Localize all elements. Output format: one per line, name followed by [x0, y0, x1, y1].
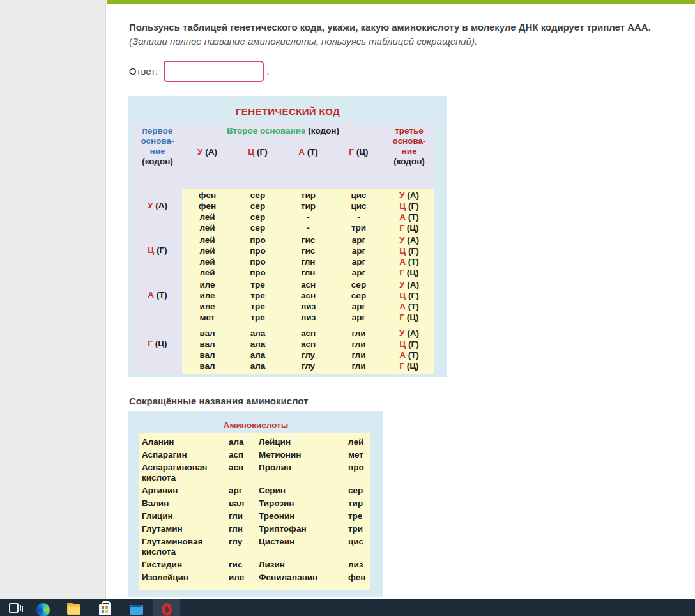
amino-cell: Аспарагиновая кислота: [142, 463, 229, 483]
amino-cell: цис: [348, 537, 370, 547]
third-base-label: Г (Ц): [384, 360, 434, 371]
codon-cell: лиз: [283, 312, 333, 323]
table-row: илетреаснсерУ (А): [182, 279, 434, 290]
codon-cell: сер: [233, 222, 283, 233]
codon-cell: гли: [333, 350, 384, 360]
codon-cell: асн: [283, 279, 333, 290]
top-accent-bar: [107, 0, 695, 4]
codon-cell: арг: [333, 267, 384, 278]
amino-cell: иле: [229, 573, 259, 583]
table-row: меттрелизаргГ (Ц): [182, 312, 434, 323]
codon-cell: тир: [283, 190, 333, 201]
amino-cell: тир: [348, 498, 370, 509]
amino-cell: Цистеин: [259, 537, 348, 547]
codon-cell: ала: [233, 328, 283, 339]
desktop-screen: Пользуясь таблицей генетического кода, у…: [0, 0, 695, 616]
codon-cell: арг: [333, 301, 384, 312]
store-button[interactable]: [91, 599, 118, 616]
question-note: (Запиши полное название аминокислоты, по…: [129, 36, 477, 47]
answer-input[interactable]: [164, 61, 264, 82]
third-base-label: У (А): [384, 190, 434, 201]
mail-button[interactable]: [123, 599, 149, 616]
question-text: Пользуясь таблицей генетического кода, у…: [129, 20, 684, 49]
codon-cell: арг: [333, 235, 384, 245]
table-row: лейпрогисаргУ (А): [182, 235, 434, 245]
row-base-label: Г (Ц): [133, 338, 182, 349]
file-explorer-button[interactable]: [60, 599, 87, 616]
codon-cell: лей: [182, 267, 233, 278]
amino-cell: три: [348, 524, 370, 534]
codon-cell: -: [283, 212, 333, 222]
amino-cell: Глутамин: [142, 524, 229, 534]
amino-cell: гис: [229, 560, 259, 570]
table-row: АспарагинаспМетионинмет: [139, 449, 370, 461]
amino-cell: Аланин: [142, 437, 229, 447]
codon-cell: тре: [233, 301, 283, 312]
codon-cell: сер: [233, 190, 283, 201]
codon-cell: вал: [182, 339, 233, 350]
codon-cell: про: [233, 267, 283, 278]
codon-cell: вал: [182, 350, 233, 360]
table-row: ГлицинглиТреонинтре: [139, 510, 370, 523]
page-content: Пользуясь таблицей генетического кода, у…: [107, 0, 695, 599]
amino-cell: вал: [229, 498, 259, 509]
codon-cell: сер: [233, 201, 283, 212]
codon-cell: асн: [283, 290, 333, 301]
codon-cell: иле: [182, 301, 233, 312]
codon-cell: вал: [182, 328, 233, 339]
table-row: ГистидингисЛизинлиз: [139, 558, 370, 571]
third-base-label: Ц (Г): [384, 290, 434, 301]
row-base-label: А (Т): [133, 289, 182, 300]
column-base-header: У (А): [182, 147, 233, 157]
codon-cell: глн: [283, 256, 333, 267]
second-base-columns: У (А)Ц (Г)А (Т)Г (Ц): [182, 147, 434, 157]
file-explorer-icon: [67, 604, 80, 615]
opera-button[interactable]: [153, 599, 180, 616]
opera-icon: [162, 603, 172, 616]
amino-cell: Глицин: [142, 511, 229, 521]
codon-cell: сер: [333, 290, 384, 301]
genetic-table-title: ГЕНЕТИЧЕСКИЙ КОД: [128, 106, 447, 117]
amino-cell: Изолейцин: [142, 573, 229, 583]
amino-cell: мет: [348, 450, 370, 460]
table-row: лейпрогисаргЦ (Г): [182, 245, 434, 256]
third-base-label: Г (Ц): [384, 267, 434, 278]
third-base-label: Ц (Г): [384, 201, 434, 212]
table-row: АланиналаЛейцинлей: [139, 436, 370, 449]
row-base-label: Ц (Г): [133, 245, 182, 256]
amino-cell: Метионин: [259, 450, 348, 460]
codon-cell: арг: [333, 245, 384, 256]
answer-period: .: [266, 66, 269, 77]
amino-cell: асп: [229, 450, 259, 460]
task-view-button[interactable]: [0, 599, 27, 616]
amino-cell: лей: [348, 437, 370, 447]
codon-cell: гис: [283, 235, 333, 245]
edge-icon: [36, 603, 50, 616]
table-row: валалааспглиУ (А): [182, 328, 434, 339]
codon-group: валалааспглиУ (А)валалааспглиЦ (Г)валала…: [182, 328, 434, 371]
table-row: Аспарагиновая кислотааснПролинпро: [139, 461, 370, 484]
codon-cell: лей: [182, 235, 233, 245]
column-base-header: Г (Ц): [333, 147, 384, 157]
third-base-label: А (Т): [384, 350, 434, 360]
codon-cell: про: [233, 256, 283, 267]
amino-cell: глн: [229, 524, 259, 534]
amino-cell: Аргинин: [142, 486, 229, 496]
edge-button[interactable]: [29, 599, 56, 616]
table-row: валалааспглиЦ (Г): [182, 339, 434, 350]
third-base-label: У (А): [384, 279, 434, 290]
table-row: лейсер--А (Т): [182, 212, 434, 222]
codon-group: лейпрогисаргУ (А)лейпрогисаргЦ (Г)лейпро…: [182, 235, 434, 278]
codon-cell: ала: [233, 339, 283, 350]
codon-cell: фен: [182, 190, 233, 201]
third-base-label: А (Т): [384, 256, 434, 267]
question-main: Пользуясь таблицей генетического кода, у…: [129, 22, 651, 33]
genetic-table-body: первое основа- ние (кодон) Второе основа…: [133, 122, 434, 374]
codon-cell: лей: [182, 256, 233, 267]
codon-cell: иле: [182, 279, 233, 290]
mail-icon: [130, 605, 143, 615]
amino-cell: Лейцин: [259, 437, 348, 447]
table-row: илетреаснсерЦ (Г): [182, 290, 434, 301]
codon-cell: гли: [333, 360, 384, 371]
codon-cell: мет: [182, 312, 233, 323]
